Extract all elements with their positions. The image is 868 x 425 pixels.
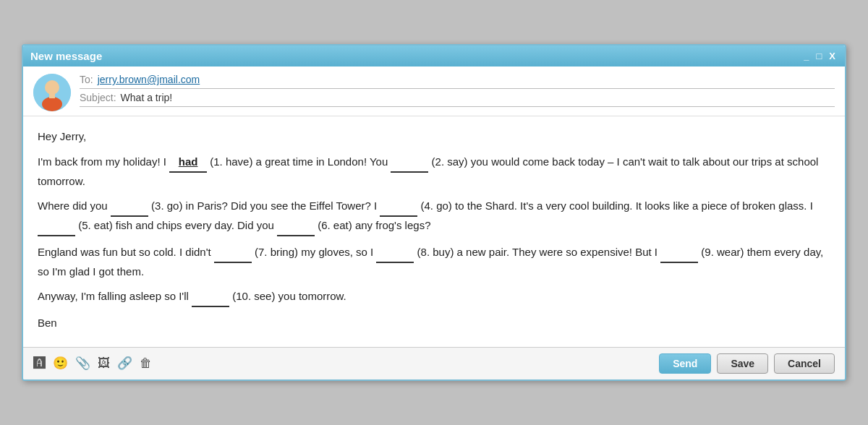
blank-1: had: [169, 153, 207, 173]
close-button[interactable]: X: [827, 51, 838, 61]
p1-text1: I'm back from my holiday! I: [38, 155, 169, 168]
email-compose-window: New message _ □ X To: jerry.brown@jma: [22, 44, 846, 381]
p2-text3: (4. go) to the Shard. It's a very cool b…: [417, 199, 812, 212]
paragraph-2: Where did you (3. go) in Paris? Did you …: [38, 197, 830, 236]
p3-text1: England was fun but so cold. I didn't: [38, 246, 214, 258]
p1-text2: (1. have) a great time in London! You: [207, 155, 391, 168]
blank-4: [380, 197, 417, 217]
p2-text1: Where did you: [38, 199, 111, 212]
save-button[interactable]: Save: [717, 353, 768, 374]
greeting: Hey Jerry,: [38, 128, 830, 146]
cancel-button[interactable]: Cancel: [774, 353, 835, 374]
maximize-button[interactable]: □: [814, 51, 824, 61]
delete-icon[interactable]: 🗑: [140, 356, 152, 371]
blank-5: [38, 217, 75, 236]
send-button[interactable]: Send: [659, 353, 711, 374]
p4-text2: (10. see) you tomorrow.: [229, 290, 346, 302]
blank-7: [214, 244, 252, 263]
email-header: To: jerry.brown@jmail.com Subject: What …: [23, 66, 845, 116]
format-icon[interactable]: 🅰: [33, 356, 46, 371]
subject-value[interactable]: What a trip!: [121, 92, 835, 103]
svg-rect-3: [49, 94, 55, 98]
p3-text3: (8. buy) a new pair. They were so expens…: [414, 246, 660, 258]
svg-point-1: [45, 80, 59, 95]
svg-point-2: [42, 97, 62, 111]
to-value[interactable]: jerry.brown@jmail.com: [98, 74, 835, 85]
email-body: Hey Jerry, I'm back from my holiday! I h…: [23, 116, 845, 347]
subject-label: Subject:: [80, 92, 116, 103]
p2-text4: (5. eat) fish and chips every day. Did y…: [75, 219, 277, 231]
p3-text2: (7. bring) my gloves, so I: [252, 246, 377, 258]
paragraph-3: England was fun but so cold. I didn't (7…: [38, 244, 830, 281]
link-icon[interactable]: 🔗: [117, 356, 132, 371]
blank-2: [391, 153, 428, 173]
p2-text5: (6. eat) any frog's legs?: [315, 219, 430, 231]
blank-10: [192, 288, 229, 307]
subject-field-row: Subject: What a trip!: [80, 92, 835, 107]
action-buttons: Send Save Cancel: [659, 353, 835, 374]
blank-9: [660, 244, 698, 263]
blank-3: [111, 197, 148, 217]
emoji-icon[interactable]: 🙂: [53, 356, 68, 371]
p4-text1: Anyway, I'm falling asleep so I'll: [38, 290, 192, 302]
to-label: To:: [80, 74, 93, 85]
window-controls: _ □ X: [801, 51, 838, 61]
minimize-button[interactable]: _: [801, 51, 811, 61]
email-toolbar: 🅰 🙂 📎 🖼 🔗 🗑 Send Save Cancel: [23, 347, 845, 379]
toolbar-icons: 🅰 🙂 📎 🖼 🔗 🗑: [33, 356, 152, 371]
email-fields: To: jerry.brown@jmail.com Subject: What …: [80, 74, 835, 107]
to-field-row: To: jerry.brown@jmail.com: [80, 74, 835, 89]
avatar: [33, 74, 71, 111]
title-bar: New message _ □ X: [23, 46, 845, 66]
p2-text2: (3. go) in Paris? Did you see the Eiffel…: [148, 199, 380, 212]
blank-8: [376, 244, 414, 263]
window-title: New message: [30, 50, 102, 62]
attach-icon[interactable]: 📎: [75, 356, 90, 371]
paragraph-1: I'm back from my holiday! I had (1. have…: [38, 153, 830, 191]
blank-6: [277, 217, 315, 236]
paragraph-4: Anyway, I'm falling asleep so I'll (10. …: [38, 288, 830, 307]
sign-off: Ben: [38, 314, 830, 332]
image-icon[interactable]: 🖼: [98, 356, 110, 371]
